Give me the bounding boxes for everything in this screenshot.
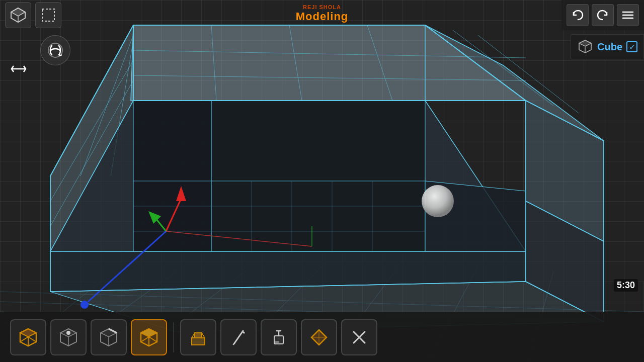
svg-marker-33: [133, 101, 211, 251]
object-name-label: Cube: [597, 41, 622, 53]
svg-point-44: [422, 185, 454, 217]
svg-line-92: [149, 337, 157, 342]
svg-marker-34: [211, 101, 425, 251]
draw-tool-btn[interactable]: [220, 319, 257, 355]
svg-line-79: [28, 337, 36, 342]
svg-line-99: [233, 343, 235, 345]
selection-mode-button[interactable]: [35, 2, 61, 28]
object-mode-button[interactable]: [5, 2, 31, 28]
select-tool-btn[interactable]: [301, 319, 337, 355]
svg-rect-93: [192, 338, 205, 345]
object-visible-checkbox[interactable]: ✓: [626, 41, 637, 52]
swap-axes-button[interactable]: [8, 58, 30, 80]
top-right-controls: [561, 0, 644, 30]
vertex-mode-btn[interactable]: [50, 319, 87, 355]
svg-marker-85: [101, 329, 117, 337]
svg-rect-66: [42, 9, 54, 21]
menu-button[interactable]: [617, 4, 639, 26]
svg-point-50: [80, 301, 89, 309]
svg-marker-14: [131, 25, 526, 101]
svg-point-83: [66, 331, 70, 335]
bottom-toolbar: [0, 312, 644, 362]
object-type-icon: [577, 39, 593, 55]
redo-button[interactable]: [592, 4, 614, 26]
face-mode-btn[interactable]: [131, 319, 167, 355]
toolbar-separator-1: [173, 322, 174, 352]
edge-mode-btn[interactable]: [91, 319, 127, 355]
timer-display: 5:30: [614, 279, 638, 292]
stamp-tool-btn[interactable]: [261, 319, 297, 355]
svg-line-97: [234, 331, 243, 344]
svg-line-91: [141, 337, 149, 342]
delete-tool-btn[interactable]: [341, 319, 377, 355]
svg-marker-89: [141, 329, 157, 337]
3d-viewport[interactable]: [0, 0, 644, 362]
svg-rect-103: [275, 341, 279, 343]
top-left-tools: [0, 0, 66, 33]
svg-line-78: [20, 337, 28, 342]
object-panel: Cube ✓: [571, 34, 644, 59]
undo-button[interactable]: [567, 4, 589, 26]
svg-rect-94: [195, 333, 202, 338]
rotate-control[interactable]: [40, 35, 70, 65]
extrude-tool-btn[interactable]: [180, 319, 216, 355]
svg-marker-76: [20, 329, 36, 337]
rotate-button[interactable]: [40, 35, 70, 65]
object-mode-btn[interactable]: [10, 319, 46, 355]
